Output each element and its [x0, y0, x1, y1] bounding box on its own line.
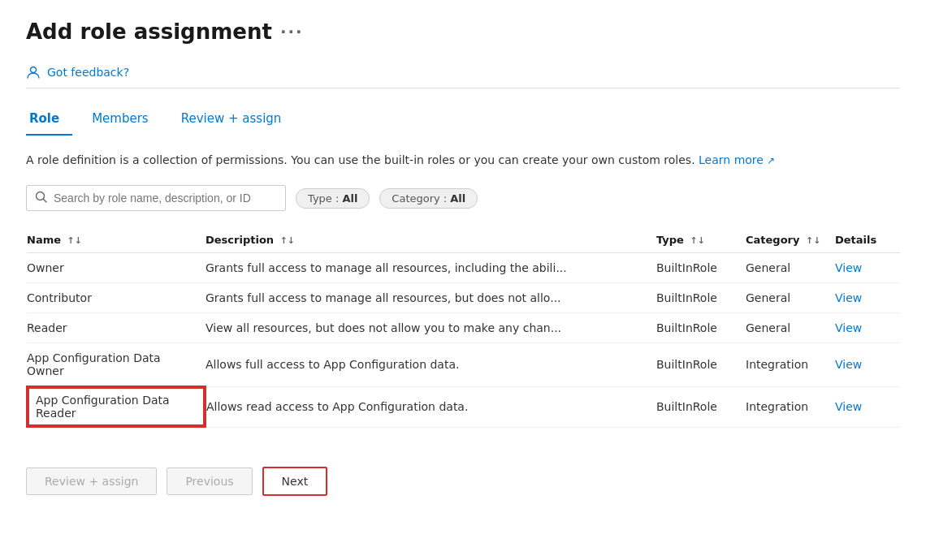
cell-name: Contributor [27, 283, 206, 313]
feedback-user-icon [26, 65, 41, 80]
cell-category: General [746, 253, 835, 283]
description-text: A role definition is a collection of per… [26, 152, 900, 169]
table-row[interactable]: App Configuration Data Owner Allows full… [27, 343, 900, 387]
description-main: A role definition is a collection of per… [26, 153, 695, 166]
tab-role[interactable]: Role [26, 105, 72, 136]
footer-bar: Review + assign Previous Next [26, 454, 900, 496]
tab-review-assign[interactable]: Review + assign [178, 105, 295, 136]
cell-details[interactable]: View [835, 313, 900, 343]
table-row[interactable]: App Configuration Data Reader Allows rea… [27, 386, 900, 427]
sort-desc-icon: ↑↓ [280, 235, 295, 246]
roles-table: Name ↑↓ Description ↑↓ Type ↑↓ Category … [26, 227, 900, 428]
filter-row: Type : All Category : All [26, 185, 900, 211]
svg-point-1 [37, 192, 45, 200]
cell-category: General [746, 283, 835, 313]
page-title-container: Add role assignment ··· [26, 19, 900, 44]
sort-type-icon: ↑↓ [690, 235, 704, 246]
category-filter-badge[interactable]: Category : All [379, 188, 478, 209]
sort-name-icon: ↑↓ [67, 235, 82, 246]
search-box-container[interactable] [26, 185, 286, 211]
table-row[interactable]: Contributor Grants full access to manage… [27, 283, 900, 313]
view-link[interactable]: View [835, 291, 862, 304]
view-link[interactable]: View [835, 358, 862, 371]
previous-button[interactable]: Previous [167, 467, 252, 495]
cell-details[interactable]: View [835, 283, 900, 313]
cell-category: Integration [746, 343, 835, 387]
cell-name: App Configuration Data Reader [27, 386, 206, 427]
col-header-type[interactable]: Type ↑↓ [656, 227, 746, 253]
tabs-container: Role Members Review + assign [26, 105, 900, 136]
cell-category: General [746, 313, 835, 343]
cell-name: App Configuration Data Owner [27, 343, 206, 387]
cell-type: BuiltInRole [656, 253, 746, 283]
cell-details[interactable]: View [835, 343, 900, 387]
cell-name: Owner [27, 253, 206, 283]
learn-more-link[interactable]: Learn more ↗ [699, 153, 775, 166]
cell-details[interactable]: View [835, 386, 900, 427]
cell-category: Integration [746, 386, 835, 427]
feedback-bar[interactable]: Got feedback? [26, 57, 900, 88]
col-header-name[interactable]: Name ↑↓ [27, 227, 206, 253]
col-header-details: Details [835, 227, 900, 253]
cell-type: BuiltInRole [656, 283, 746, 313]
next-button[interactable]: Next [262, 467, 328, 496]
view-link[interactable]: View [835, 400, 862, 413]
search-input[interactable] [54, 192, 277, 205]
col-header-category[interactable]: Category ↑↓ [746, 227, 835, 253]
cell-description: Allows full access to App Configuration … [206, 343, 656, 387]
table-header-row: Name ↑↓ Description ↑↓ Type ↑↓ Category … [27, 227, 900, 253]
svg-point-0 [31, 67, 37, 73]
cell-description: View all resources, but does not allow y… [206, 313, 656, 343]
page-title: Add role assignment [26, 19, 272, 44]
cell-name: Reader [27, 313, 206, 343]
options-menu-icon[interactable]: ··· [280, 22, 304, 41]
cell-description: Allows read access to App Configuration … [206, 386, 656, 427]
type-filter-value: All [342, 192, 357, 205]
view-link[interactable]: View [835, 321, 862, 334]
type-filter-badge[interactable]: Type : All [296, 188, 370, 209]
category-filter-value: All [450, 192, 465, 205]
svg-line-2 [44, 200, 47, 203]
feedback-label[interactable]: Got feedback? [47, 66, 129, 79]
cell-details[interactable]: View [835, 253, 900, 283]
type-filter-label: Type : [308, 192, 339, 205]
table-row[interactable]: Reader View all resources, but does not … [27, 313, 900, 343]
cell-description: Grants full access to manage all resourc… [206, 253, 656, 283]
cell-type: BuiltInRole [656, 386, 746, 427]
col-header-description[interactable]: Description ↑↓ [206, 227, 656, 253]
sort-cat-icon: ↑↓ [806, 235, 820, 246]
search-icon [35, 191, 47, 205]
view-link[interactable]: View [835, 261, 862, 274]
review-assign-button[interactable]: Review + assign [26, 467, 157, 495]
cell-type: BuiltInRole [656, 313, 746, 343]
cell-type: BuiltInRole [656, 343, 746, 387]
cell-description: Grants full access to manage all resourc… [206, 283, 656, 313]
table-row[interactable]: Owner Grants full access to manage all r… [27, 253, 900, 283]
category-filter-label: Category : [392, 192, 447, 205]
tab-members[interactable]: Members [89, 105, 162, 136]
